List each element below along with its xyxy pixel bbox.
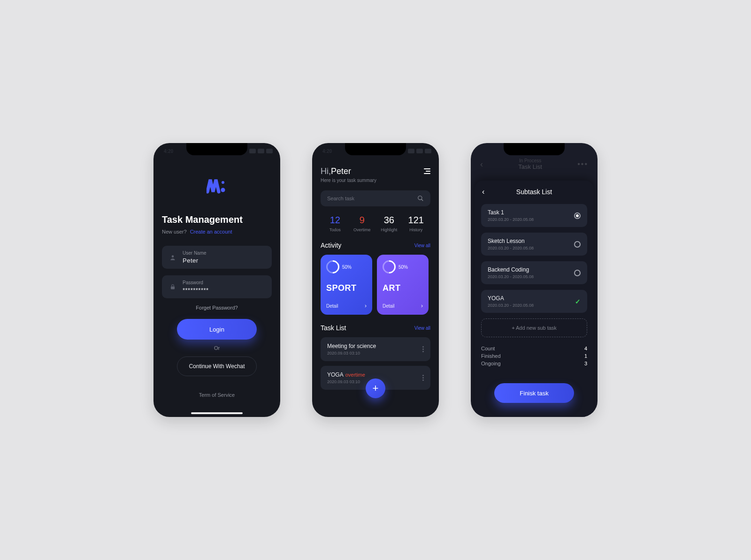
user-icon — [169, 254, 177, 261]
task-date: 2020.09.03 03:10 — [327, 379, 365, 384]
login-screen: 4:20 Task Management New user? Create an… — [153, 143, 280, 417]
subtask-date: 2020.03.20 - 2020.05.08 — [488, 303, 534, 308]
create-account-link[interactable]: Create an account — [190, 229, 232, 235]
activity-detail-link[interactable]: Detail — [383, 303, 395, 309]
count-label: Finished — [481, 353, 501, 359]
activity-card-sport[interactable]: 50% SPORT Detail› — [321, 255, 372, 315]
subtask-title: Sketch Lesson — [488, 238, 534, 244]
wechat-button[interactable]: Continue With Wechat — [177, 356, 257, 376]
counts-summary: Count4 Finished1 Ongoing3 — [481, 346, 587, 366]
task-date: 2020.09.03 03:10 — [327, 351, 376, 356]
lock-icon — [169, 284, 177, 290]
radio-empty-icon[interactable] — [574, 241, 581, 248]
stat-highlight[interactable]: 36 Highlight — [376, 215, 403, 232]
subtask-item[interactable]: Backend Coding 2020.03.20 - 2020.05.08 — [481, 261, 587, 284]
subtask-date: 2020.03.20 - 2020.05.08 — [488, 246, 534, 250]
subtask-date: 2020.03.20 - 2020.05.08 — [488, 217, 534, 222]
sheet-title: Subtask List — [516, 188, 552, 196]
more-icon[interactable]: ••• — [577, 160, 588, 168]
progress-percent: 50% — [342, 265, 352, 270]
greeting: Hi,Peter — [321, 166, 376, 176]
subtask-title: Task 1 — [488, 209, 534, 216]
more-icon[interactable] — [422, 375, 424, 381]
subtask-title: YOGA — [488, 295, 534, 302]
subtask-item[interactable]: Sketch Lesson 2020.03.20 - 2020.05.08 — [481, 233, 587, 256]
subtask-item[interactable]: YOGA 2020.03.20 - 2020.05.08 ✓ — [481, 290, 587, 313]
subtask-title: Backend Coding — [488, 266, 534, 273]
svg-point-4 — [418, 196, 422, 200]
chevron-right-icon: › — [365, 303, 367, 309]
activity-name: SPORT — [326, 283, 367, 293]
password-label: Password — [183, 280, 265, 285]
svg-rect-3 — [171, 286, 175, 289]
activity-detail-link[interactable]: Detail — [326, 303, 338, 309]
username-field[interactable]: User Name Peter — [162, 246, 272, 269]
stat-overtime[interactable]: 9 Overtime — [349, 215, 376, 232]
search-input[interactable]: Search task — [321, 190, 430, 206]
tasklist-heading: Task List — [321, 324, 346, 332]
sheet-back-icon[interactable]: ‹ — [482, 188, 484, 196]
stat-history[interactable]: 121 History — [403, 215, 430, 232]
stat-label: Todos — [322, 227, 349, 232]
stat-todos[interactable]: 12 Todos — [322, 215, 349, 232]
add-task-fab[interactable]: + — [366, 378, 385, 398]
stat-value: 36 — [376, 215, 403, 226]
login-button[interactable]: Login — [177, 319, 257, 340]
radio-selected-icon[interactable] — [574, 212, 581, 219]
progress-ring-icon — [323, 257, 342, 276]
count-label: Count — [481, 346, 495, 351]
password-value: ********** — [183, 287, 265, 294]
notch — [345, 143, 406, 155]
stat-value: 121 — [403, 215, 430, 226]
search-placeholder: Search task — [327, 196, 413, 201]
bg-status-label: In Process — [518, 158, 542, 163]
forgot-password-link[interactable]: Forget Password? — [162, 305, 272, 310]
back-icon[interactable]: ‹ — [480, 159, 483, 169]
add-subtask-button[interactable]: + Add new sub task — [481, 318, 587, 337]
count-label: Ongoing — [481, 361, 501, 366]
stat-value: 12 — [322, 215, 349, 226]
subtask-screen: ‹ In Process Task List ••• ‹ Subtask Lis… — [471, 143, 598, 417]
greeting-name: Peter — [331, 166, 351, 176]
activity-heading: Activity — [321, 242, 341, 249]
activity-name: ART — [383, 283, 423, 293]
task-title: Meeting for science — [327, 343, 376, 349]
menu-icon[interactable] — [423, 168, 430, 174]
count-value: 4 — [584, 346, 587, 351]
svg-point-2 — [172, 255, 174, 257]
progress-percent: 50% — [398, 265, 408, 270]
stat-label: Highlight — [376, 227, 403, 232]
bg-title: Task List — [518, 163, 542, 170]
svg-point-1 — [221, 188, 225, 192]
app-logo — [207, 178, 227, 194]
overtime-badge: overtime — [345, 372, 365, 378]
count-value: 3 — [584, 361, 587, 366]
finish-task-button[interactable]: Finisk task — [494, 383, 574, 403]
signup-prompt: New user? Create an account — [162, 229, 272, 235]
password-field[interactable]: Password ********** — [162, 275, 272, 298]
greeting-subtitle: Here is your task summary — [321, 178, 376, 183]
task-item[interactable]: Meeting for science 2020.09.03 03:10 — [321, 337, 430, 361]
tasklist-viewall-link[interactable]: View all — [414, 325, 430, 331]
new-user-label: New user? — [162, 229, 187, 235]
username-label: User Name — [183, 250, 265, 256]
terms-link[interactable]: Term of Service — [162, 392, 272, 398]
page-title: Task Management — [162, 214, 272, 225]
subtask-date: 2020.03.20 - 2020.05.08 — [488, 274, 534, 279]
activity-card-art[interactable]: 50% ART Detail› — [377, 255, 429, 315]
count-value: 1 — [584, 353, 587, 359]
or-divider: Or — [162, 345, 272, 351]
search-icon — [417, 195, 424, 202]
username-value: Peter — [183, 257, 265, 264]
more-icon[interactable] — [422, 346, 424, 352]
svg-point-0 — [222, 181, 224, 184]
dashboard-screen: 4:20 Hi,Peter Here is your task summary … — [312, 143, 439, 417]
radio-empty-icon[interactable] — [574, 270, 581, 276]
activity-viewall-link[interactable]: View all — [414, 243, 430, 248]
notch — [186, 143, 247, 155]
svg-line-5 — [421, 199, 423, 201]
home-indicator — [191, 412, 243, 414]
task-title: YOGAovertime — [327, 371, 365, 378]
subtask-item[interactable]: Task 1 2020.03.20 - 2020.05.08 — [481, 204, 587, 227]
activity-cards: 50% SPORT Detail› 50% ART Detail› M To — [321, 255, 430, 315]
